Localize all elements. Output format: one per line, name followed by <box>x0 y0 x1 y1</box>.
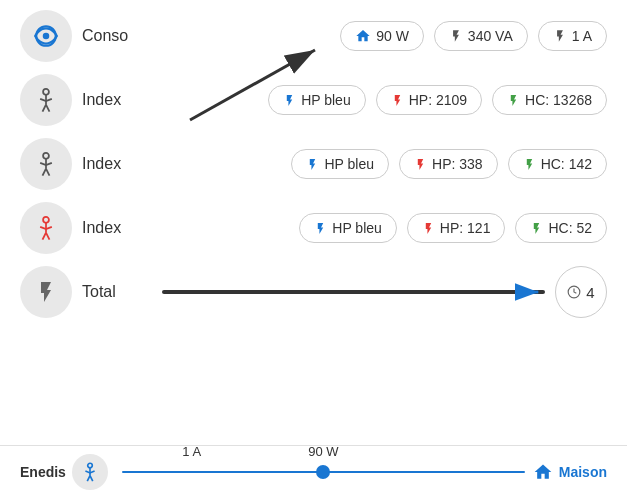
svg-line-6 <box>46 105 50 112</box>
index1-row: Index HP bleu HP: 2109 HC: 13268 <box>20 74 607 126</box>
conso-badge-text-1: 340 VA <box>468 28 513 44</box>
svg-line-9 <box>43 169 47 176</box>
total-icon-circle <box>20 266 72 318</box>
index3-label: Index <box>82 219 152 237</box>
bolt-total-icon <box>34 280 58 304</box>
svg-line-13 <box>43 233 47 240</box>
total-progress <box>162 277 545 307</box>
enedis-human-icon <box>72 454 108 490</box>
bottom-val1: 1 A <box>182 444 201 459</box>
bolt-green-icon-2 <box>507 93 520 108</box>
bolt-red-icon-i3-1 <box>422 221 435 236</box>
conso-icon-circle <box>20 10 72 62</box>
index3-badges: HP bleu HP: 121 HC: 52 <box>299 213 607 243</box>
total-row: Total 4 <box>20 266 607 318</box>
index1-badge-text-1: HP: 2109 <box>409 92 467 108</box>
house-icon-bottom <box>533 462 553 482</box>
index2-icon-circle <box>20 138 72 190</box>
svg-line-5 <box>43 105 47 112</box>
main-container: Conso 90 W 340 VA 1 A <box>0 0 627 340</box>
human-icon-3-red <box>32 214 60 242</box>
index1-label: Index <box>82 91 152 109</box>
index2-badge-2[interactable]: HC: 142 <box>508 149 607 179</box>
index2-badge-text-1: HP: 338 <box>432 156 483 172</box>
maison-label: Maison <box>559 464 607 480</box>
svg-line-21 <box>90 476 93 482</box>
index2-badge-text-2: HC: 142 <box>541 156 592 172</box>
bottom-dot <box>316 465 330 479</box>
index1-badge-1[interactable]: HP: 2109 <box>376 85 482 115</box>
index3-badge-text-0: HP bleu <box>332 220 382 236</box>
conso-row: Conso 90 W 340 VA 1 A <box>20 10 607 62</box>
bolt-green-icon-i2-2 <box>523 157 536 172</box>
index3-badge-2[interactable]: HC: 52 <box>515 213 607 243</box>
human-icon-2 <box>32 150 60 178</box>
svg-point-18 <box>88 463 93 468</box>
index3-badge-text-2: HC: 52 <box>548 220 592 236</box>
bottom-bar: Enedis 1 A 90 W Maison <box>0 445 627 490</box>
index2-label: Index <box>82 155 152 173</box>
svg-point-3 <box>43 89 49 95</box>
index2-badges: HP bleu HP: 338 HC: 142 <box>291 149 607 179</box>
bolt-icon-2 <box>553 28 567 44</box>
index3-icon-circle <box>20 202 72 254</box>
conso-label: Conso <box>82 27 152 45</box>
bolt-blue-icon-i3-0 <box>314 221 327 236</box>
human-icon-1 <box>32 86 60 114</box>
conso-badges: 90 W 340 VA 1 A <box>340 21 607 51</box>
conso-badge-0[interactable]: 90 W <box>340 21 424 51</box>
index3-row: Index HP bleu HP: 121 HC: 52 <box>20 202 607 254</box>
bottom-line-container: 1 A 90 W <box>122 462 525 482</box>
index1-badge-2[interactable]: HC: 13268 <box>492 85 607 115</box>
bolt-green-icon-i3-2 <box>530 221 543 236</box>
clock-icon <box>567 285 581 299</box>
index2-badge-1[interactable]: HP: 338 <box>399 149 498 179</box>
index3-badge-1[interactable]: HP: 121 <box>407 213 506 243</box>
maison-label-group: Maison <box>533 462 607 482</box>
index1-badge-text-0: HP bleu <box>301 92 351 108</box>
conso-badge-text-0: 90 W <box>376 28 409 44</box>
bolt-red-icon-i2-1 <box>414 157 427 172</box>
bottom-val2: 90 W <box>308 444 338 459</box>
index1-badge-0[interactable]: HP bleu <box>268 85 366 115</box>
index2-row: Index HP bleu HP: 338 HC: 142 <box>20 138 607 190</box>
bolt-red-icon-1 <box>391 93 404 108</box>
svg-point-1 <box>43 33 50 40</box>
index1-badges: HP bleu HP: 2109 HC: 13268 <box>268 85 607 115</box>
eye-icon <box>33 23 59 49</box>
index2-badge-text-0: HP bleu <box>324 156 374 172</box>
total-value: 4 <box>586 284 594 301</box>
index1-badge-text-2: HC: 13268 <box>525 92 592 108</box>
svg-point-11 <box>43 217 49 223</box>
svg-point-7 <box>43 153 49 159</box>
index3-badge-text-1: HP: 121 <box>440 220 491 236</box>
total-label: Total <box>82 283 152 301</box>
conso-badge-text-2: 1 A <box>572 28 592 44</box>
conso-badge-2[interactable]: 1 A <box>538 21 607 51</box>
total-arrow-right-icon <box>515 278 543 306</box>
bolt-blue-icon-i2-0 <box>306 157 319 172</box>
index2-badge-0[interactable]: HP bleu <box>291 149 389 179</box>
index3-badge-0[interactable]: HP bleu <box>299 213 397 243</box>
bolt-blue-icon-0 <box>283 93 296 108</box>
bolt-icon-1 <box>449 28 463 44</box>
total-progress-bar <box>162 290 545 294</box>
conso-badge-1[interactable]: 340 VA <box>434 21 528 51</box>
svg-line-10 <box>46 169 50 176</box>
total-value-badge[interactable]: 4 <box>555 266 607 318</box>
svg-line-14 <box>46 233 50 240</box>
enedis-human-svg <box>79 461 101 483</box>
house-bolt-icon-0 <box>355 28 371 44</box>
enedis-label: Enedis <box>20 464 66 480</box>
index1-icon-circle <box>20 74 72 126</box>
